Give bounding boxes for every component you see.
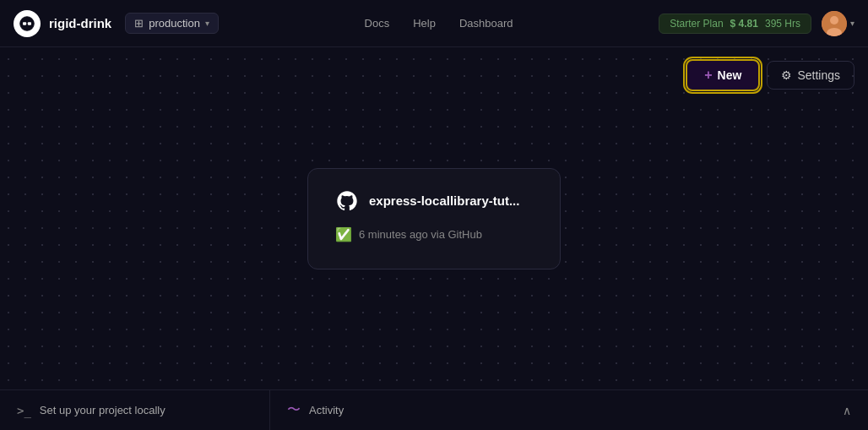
nav-help[interactable]: Help bbox=[413, 17, 436, 30]
setup-project-panel[interactable]: >_ Set up your project locally bbox=[0, 390, 270, 430]
project-status: ✅ 6 minutes ago via GitHub bbox=[335, 226, 533, 242]
activity-left: 〜 Activity bbox=[287, 401, 344, 419]
header: rigid-drink ⊞ production ▾ Docs Help Das… bbox=[0, 0, 868, 47]
activity-panel[interactable]: 〜 Activity ∧ bbox=[270, 390, 868, 430]
avatar-chevron-icon: ▾ bbox=[850, 19, 854, 28]
chevron-up-icon: ∧ bbox=[843, 404, 851, 417]
gear-icon: ⚙ bbox=[781, 68, 792, 82]
header-right: Starter Plan $ 4.81 395 Hrs ▾ bbox=[659, 11, 854, 36]
activity-label: Activity bbox=[309, 404, 344, 416]
logo-area: rigid-drink bbox=[14, 10, 111, 37]
project-name: express-locallibrary-tut... bbox=[369, 193, 519, 208]
project-header: express-locallibrary-tut... bbox=[335, 189, 533, 213]
bottom-bar: >_ Set up your project locally 〜 Activit… bbox=[0, 389, 868, 430]
header-left: rigid-drink ⊞ production ▾ bbox=[14, 10, 219, 37]
logo-icon bbox=[14, 10, 41, 37]
status-check-icon: ✅ bbox=[335, 226, 352, 242]
svg-rect-3 bbox=[28, 22, 31, 24]
terminal-icon: >_ bbox=[17, 404, 31, 417]
plan-label: Starter Plan bbox=[670, 18, 723, 30]
svg-point-5 bbox=[830, 16, 838, 24]
action-bar: + New ⚙ Settings bbox=[686, 59, 854, 91]
nav-docs[interactable]: Docs bbox=[365, 17, 390, 30]
avatar-area[interactable]: ▾ bbox=[822, 11, 854, 36]
plan-cost: $ 4.81 bbox=[730, 18, 758, 30]
header-nav: Docs Help Dashboard bbox=[365, 17, 513, 30]
github-icon bbox=[335, 189, 359, 213]
project-card[interactable]: express-locallibrary-tut... ✅ 6 minutes … bbox=[307, 168, 561, 269]
settings-button[interactable]: ⚙ Settings bbox=[767, 61, 854, 90]
new-label: New bbox=[718, 68, 742, 82]
env-selector[interactable]: ⊞ production ▾ bbox=[125, 13, 219, 34]
env-name: production bbox=[149, 17, 200, 30]
settings-label: Settings bbox=[797, 68, 840, 82]
project-status-text: 6 minutes ago via GitHub bbox=[359, 228, 482, 241]
grid-icon: ⊞ bbox=[134, 17, 144, 30]
plan-hours: 395 Hrs bbox=[765, 18, 800, 30]
activity-icon: 〜 bbox=[287, 401, 301, 419]
svg-rect-2 bbox=[23, 22, 26, 24]
plus-icon: + bbox=[704, 68, 712, 83]
new-button[interactable]: + New bbox=[686, 59, 760, 91]
app-name: rigid-drink bbox=[49, 16, 111, 30]
avatar bbox=[822, 11, 847, 36]
main-content: express-locallibrary-tut... ✅ 6 minutes … bbox=[0, 47, 868, 389]
plan-badge: Starter Plan $ 4.81 395 Hrs bbox=[659, 14, 811, 34]
chevron-down-icon: ▾ bbox=[205, 19, 209, 28]
content-wrapper: + New ⚙ Settings express-locallibrary-tu… bbox=[0, 47, 868, 430]
setup-label: Set up your project locally bbox=[40, 404, 165, 416]
nav-dashboard[interactable]: Dashboard bbox=[459, 17, 513, 30]
